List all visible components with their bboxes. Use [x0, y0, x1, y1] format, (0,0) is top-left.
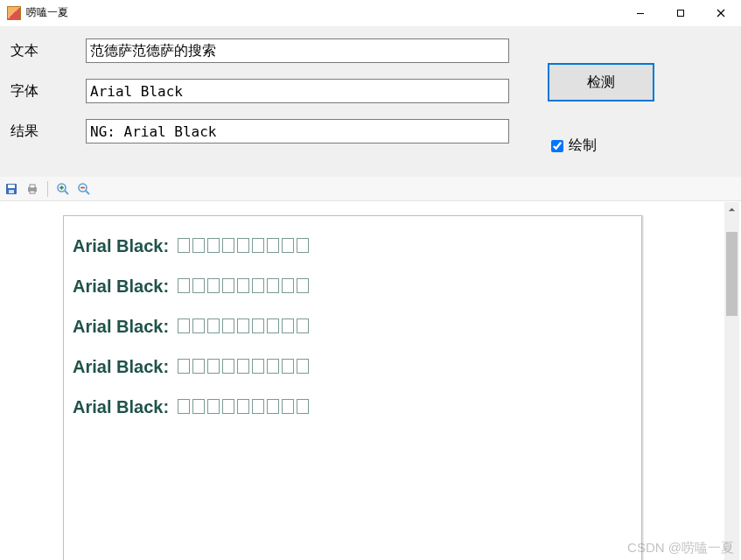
- notdef-glyph-icon: [222, 359, 234, 374]
- notdef-glyph-icon: [252, 399, 264, 414]
- zoom-in-icon[interactable]: [55, 181, 71, 197]
- notdef-glyph-icon: [222, 399, 234, 414]
- zoom-out-icon[interactable]: [76, 181, 92, 197]
- window-title: 唠嗑一夏: [26, 5, 68, 20]
- sample-line-label: Arial Black:: [73, 317, 169, 336]
- notdef-glyph-run: [178, 278, 309, 293]
- sample-line: Arial Black:: [73, 398, 633, 416]
- svg-rect-4: [9, 190, 14, 193]
- svg-rect-3: [8, 185, 15, 188]
- notdef-glyph-icon: [297, 359, 309, 374]
- maximize-button[interactable]: [661, 0, 701, 26]
- close-button[interactable]: [701, 0, 741, 26]
- sample-line-label: Arial Black:: [73, 357, 169, 376]
- notdef-glyph-icon: [192, 318, 205, 333]
- notdef-glyph-icon: [282, 278, 294, 293]
- notdef-glyph-icon: [237, 278, 249, 293]
- notdef-glyph-icon: [222, 278, 234, 293]
- notdef-glyph-icon: [207, 238, 220, 253]
- text-label: 文本: [10, 42, 86, 60]
- notdef-glyph-run: [178, 359, 309, 374]
- draw-checkbox[interactable]: [551, 140, 563, 152]
- notdef-glyph-icon: [222, 318, 234, 333]
- notdef-glyph-icon: [207, 359, 220, 374]
- svg-rect-1: [678, 10, 684, 17]
- preview-area: Arial Black:Arial Black:Arial Black:Aria…: [0, 201, 741, 560]
- notdef-glyph-icon: [207, 278, 220, 293]
- notdef-glyph-icon: [267, 278, 279, 293]
- font-label: 字体: [10, 82, 86, 101]
- svg-rect-6: [30, 185, 35, 188]
- scroll-thumb[interactable]: [726, 232, 738, 316]
- result-input[interactable]: [86, 119, 509, 144]
- notdef-glyph-icon: [252, 238, 264, 253]
- notdef-glyph-icon: [282, 318, 294, 333]
- window-buttons: [620, 0, 741, 25]
- sample-line: Arial Black:: [73, 237, 633, 255]
- notdef-glyph-icon: [237, 238, 249, 253]
- svg-line-9: [65, 191, 68, 194]
- notdef-glyph-icon: [178, 278, 190, 293]
- app-icon: [7, 6, 21, 20]
- preview-toolbar: [0, 177, 741, 201]
- notdef-glyph-icon: [282, 399, 294, 414]
- notdef-glyph-icon: [178, 318, 190, 333]
- text-input[interactable]: [86, 38, 509, 63]
- notdef-glyph-icon: [178, 359, 190, 374]
- font-input[interactable]: [86, 79, 509, 103]
- detect-button[interactable]: 检测: [548, 63, 654, 102]
- result-label: 结果: [10, 122, 86, 141]
- notdef-glyph-icon: [282, 238, 294, 253]
- notdef-glyph-icon: [178, 238, 190, 253]
- notdef-glyph-icon: [207, 318, 220, 333]
- notdef-glyph-run: [178, 399, 309, 414]
- form-panel: 文本 字体 结果 检测 绘制: [0, 26, 741, 177]
- svg-rect-7: [30, 191, 35, 193]
- print-icon[interactable]: [24, 181, 40, 197]
- notdef-glyph-icon: [267, 359, 279, 374]
- notdef-glyph-icon: [282, 359, 294, 374]
- title-bar: 唠嗑一夏: [0, 0, 741, 26]
- notdef-glyph-icon: [267, 399, 279, 414]
- notdef-glyph-icon: [237, 318, 249, 333]
- sample-line-label: Arial Black:: [73, 276, 169, 296]
- vertical-scrollbar[interactable]: [724, 202, 739, 560]
- sample-line-label: Arial Black:: [73, 236, 169, 256]
- sample-line: Arial Black:: [73, 277, 633, 295]
- notdef-glyph-icon: [252, 318, 264, 333]
- notdef-glyph-run: [178, 238, 309, 253]
- notdef-glyph-icon: [252, 359, 264, 374]
- sample-line: Arial Black:: [73, 318, 633, 335]
- notdef-glyph-icon: [267, 318, 279, 333]
- scroll-up-button[interactable]: [724, 202, 739, 217]
- notdef-glyph-icon: [222, 238, 234, 253]
- save-icon[interactable]: [3, 181, 19, 197]
- notdef-glyph-icon: [192, 238, 205, 253]
- notdef-glyph-icon: [192, 278, 205, 293]
- notdef-glyph-icon: [297, 278, 309, 293]
- notdef-glyph-icon: [237, 399, 249, 414]
- draw-checkbox-label: 绘制: [569, 136, 597, 155]
- svg-line-13: [86, 191, 89, 194]
- notdef-glyph-icon: [192, 399, 205, 414]
- notdef-glyph-icon: [252, 278, 264, 293]
- sample-line-label: Arial Black:: [73, 397, 169, 416]
- svg-rect-0: [637, 13, 644, 14]
- notdef-glyph-icon: [237, 359, 249, 374]
- notdef-glyph-icon: [297, 238, 309, 253]
- notdef-glyph-icon: [207, 399, 220, 414]
- notdef-glyph-run: [178, 318, 309, 333]
- notdef-glyph-icon: [297, 318, 309, 333]
- notdef-glyph-icon: [178, 399, 190, 414]
- notdef-glyph-icon: [297, 399, 309, 414]
- notdef-glyph-icon: [267, 238, 279, 253]
- notdef-glyph-icon: [192, 359, 205, 374]
- draw-checkbox-wrap[interactable]: 绘制: [548, 136, 597, 155]
- sample-line: Arial Black:: [73, 358, 633, 375]
- preview-page: Arial Black:Arial Black:Arial Black:Aria…: [63, 215, 642, 560]
- minimize-button[interactable]: [620, 0, 661, 26]
